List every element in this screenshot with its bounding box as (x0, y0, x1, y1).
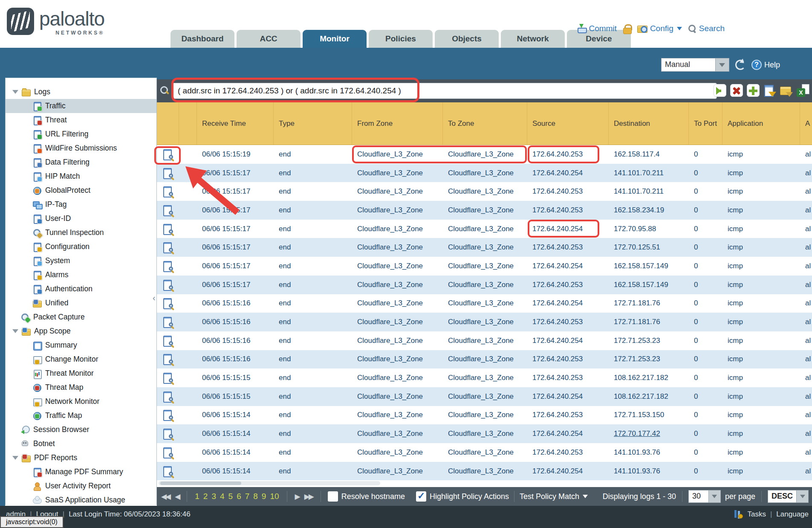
refresh-mode-select[interactable]: Manual (661, 58, 729, 72)
sidebar-item-summary[interactable]: Summary (6, 338, 156, 352)
language-button[interactable]: Language (776, 510, 809, 519)
expand-triangle-icon[interactable] (12, 329, 18, 333)
log-detail-icon[interactable] (163, 261, 173, 272)
filter-builder-icon[interactable] (763, 84, 776, 97)
log-detail-icon[interactable] (163, 242, 173, 253)
sidebar-item-configuration[interactable]: Configuration (6, 240, 156, 254)
page-number-7[interactable]: 7 (245, 492, 250, 501)
saved-filters-icon[interactable] (780, 84, 793, 97)
sidebar-item-pdf-reports[interactable]: PDF Reports (6, 451, 156, 465)
log-detail-icon[interactable] (163, 205, 173, 216)
sidebar-item-session-browser[interactable]: Session Browser (6, 423, 156, 437)
log-detail-icon[interactable] (163, 223, 173, 235)
sidebar-item-system[interactable]: System (6, 254, 156, 268)
page-number-2[interactable]: 2 (203, 492, 208, 501)
sidebar-item-packet-capture[interactable]: Packet Capture (6, 310, 156, 324)
log-detail-icon[interactable] (163, 186, 173, 197)
sidebar-item-botnet[interactable]: Botnet (6, 437, 156, 451)
lock-icon[interactable] (623, 24, 631, 33)
log-detail-icon[interactable] (163, 391, 173, 402)
sidebar-item-url-filtering[interactable]: URL Filtering (6, 127, 156, 141)
first-page-button[interactable]: ◀◀ (161, 492, 170, 501)
page-number-3[interactable]: 3 (211, 492, 216, 501)
log-detail-icon[interactable] (163, 298, 173, 309)
previous-page-button[interactable]: ◀ (175, 492, 179, 501)
per-page-select[interactable]: 30 (688, 490, 721, 503)
tab-acc[interactable]: ACC (237, 30, 301, 48)
last-page-button[interactable]: ▶▶ (304, 492, 313, 501)
cell-destination[interactable]: 172.70.177.42 (609, 424, 689, 443)
tab-policies[interactable]: Policies (369, 30, 433, 48)
column-header-to-zone[interactable]: To Zone (443, 102, 527, 145)
column-header-destination[interactable]: Destination (609, 102, 689, 145)
sidebar-item-globalprotect[interactable]: GlobalProtect (6, 183, 156, 197)
log-detail-icon[interactable] (163, 372, 173, 383)
add-filter-button[interactable] (747, 84, 760, 97)
config-menu-button[interactable]: Config (637, 24, 682, 33)
sidebar-item-threat-monitor[interactable]: Threat Monitor (6, 366, 156, 380)
horizontal-scrollbar[interactable] (159, 481, 380, 485)
sidebar-item-threat[interactable]: Threat (6, 113, 156, 127)
sidebar-item-manage-pdf-summary[interactable]: Manage PDF Summary (6, 465, 156, 479)
clear-filter-button[interactable] (730, 84, 743, 97)
sidebar-item-alarms[interactable]: Alarms (6, 268, 156, 282)
log-detail-icon[interactable] (163, 335, 173, 346)
log-filter-input[interactable] (172, 83, 717, 99)
highlight-policy-actions-checkbox[interactable] (416, 491, 426, 502)
help-button[interactable]: ? Help (751, 60, 780, 70)
horizontal-scrollbar-thumb[interactable] (160, 482, 241, 485)
sidebar-item-tunnel-inspection[interactable]: Tunnel Inspection (6, 226, 156, 240)
log-detail-icon[interactable] (163, 168, 173, 179)
per-page-dropdown-button[interactable] (709, 490, 721, 503)
tasks-button[interactable]: Tasks (747, 510, 766, 519)
sort-order-dropdown-button[interactable] (797, 490, 809, 503)
page-number-8[interactable]: 8 (253, 492, 258, 501)
sidebar-item-traffic[interactable]: Traffic (6, 99, 156, 113)
export-logs-icon[interactable] (797, 84, 809, 97)
log-detail-icon[interactable] (163, 447, 173, 458)
log-detail-icon[interactable] (163, 428, 173, 439)
page-number-6[interactable]: 6 (237, 492, 241, 501)
sidebar-item-wildfire-submissions[interactable]: WildFire Submissions (6, 141, 156, 155)
log-detail-icon[interactable] (163, 466, 173, 477)
expand-triangle-icon[interactable] (12, 456, 18, 460)
sidebar-item-ip-tag[interactable]: IP-Tag (6, 197, 156, 212)
tab-network[interactable]: Network (501, 30, 565, 48)
sidebar-item-threat-map[interactable]: Threat Map (6, 380, 156, 395)
sidebar-item-data-filtering[interactable]: Data Filtering (6, 155, 156, 169)
column-header-source[interactable]: Source (527, 102, 609, 145)
sidebar-item-hip-match[interactable]: HIP Match (6, 169, 156, 183)
sidebar-item-app-scope[interactable]: App Scope (6, 324, 156, 338)
resolve-hostname-checkbox[interactable] (328, 491, 338, 502)
refresh-mode-dropdown-button[interactable] (716, 58, 729, 72)
column-header-application[interactable]: Application (722, 102, 800, 145)
page-number-5[interactable]: 5 (228, 492, 233, 501)
sidebar-item-saas-application-usage[interactable]: SaaS Application Usage (6, 493, 156, 505)
sidebar-item-traffic-map[interactable]: Traffic Map (6, 409, 156, 423)
next-page-button[interactable]: ▶ (295, 492, 299, 501)
sidebar-item-change-monitor[interactable]: Change Monitor (6, 352, 156, 366)
tab-dashboard[interactable]: Dashboard (170, 30, 234, 48)
expand-triangle-icon[interactable] (12, 90, 18, 94)
log-detail-icon[interactable] (163, 279, 173, 290)
column-header-type[interactable]: Type (274, 102, 352, 145)
column-header-to-port[interactable]: To Port (689, 102, 722, 145)
apply-filter-button[interactable] (714, 84, 726, 97)
column-header-from-zone[interactable]: From Zone (352, 102, 443, 145)
refresh-icon[interactable] (735, 60, 746, 70)
log-detail-icon[interactable] (163, 149, 173, 160)
log-detail-icon[interactable] (163, 354, 173, 365)
sidebar-item-network-monitor[interactable]: Network Monitor (6, 395, 156, 409)
log-detail-icon[interactable] (163, 316, 173, 328)
sidebar-item-user-activity-report[interactable]: User Activity Report (6, 479, 156, 493)
page-number-9[interactable]: 9 (262, 492, 266, 501)
tab-monitor[interactable]: Monitor (303, 30, 367, 48)
commit-button[interactable]: Commit (577, 24, 616, 33)
log-detail-icon[interactable] (163, 409, 173, 421)
column-header-action[interactable]: A (800, 102, 812, 145)
sidebar-item-authentication[interactable]: Authentication (6, 282, 156, 296)
column-header-receive-time[interactable]: Receive Time (197, 102, 274, 145)
sidebar-item-logs[interactable]: Logs (6, 85, 156, 99)
search-button[interactable]: Search (688, 24, 725, 33)
page-number-10[interactable]: 10 (270, 492, 279, 501)
